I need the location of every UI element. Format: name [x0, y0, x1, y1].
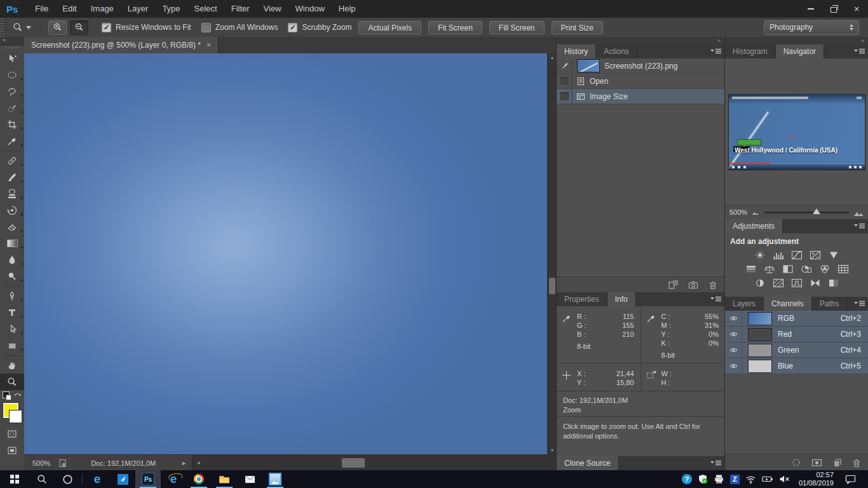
- workspace-selector[interactable]: Photography: [764, 20, 859, 35]
- horizontal-scroll-thumb[interactable]: [342, 458, 365, 468]
- menu-image[interactable]: Image: [84, 0, 121, 18]
- panel-menu-icon[interactable]: [710, 44, 725, 58]
- menu-help[interactable]: Help: [332, 0, 363, 18]
- taskbar-chrome-button[interactable]: [186, 470, 212, 488]
- type-tool[interactable]: [0, 304, 24, 321]
- crop-tool[interactable]: [0, 116, 24, 133]
- pen-tool[interactable]: [0, 288, 24, 304]
- new-document-from-state-icon[interactable]: [668, 280, 678, 290]
- printer-tray-icon[interactable]: [714, 474, 724, 484]
- channel-row-rgb[interactable]: RGB Ctrl+2: [725, 311, 868, 327]
- toolbar-grip[interactable]: [0, 45, 24, 50]
- toolbar-collapse[interactable]: »: [0, 37, 24, 45]
- taskbar-internet-explorer-button[interactable]: e: [161, 470, 186, 488]
- delete-state-icon[interactable]: [709, 280, 717, 290]
- zoom-tool[interactable]: [0, 374, 24, 390]
- canvas[interactable]: [24, 53, 547, 454]
- channel-row-green[interactable]: Green Ctrl+4: [725, 342, 868, 358]
- scroll-up-icon[interactable]: ▲: [548, 53, 557, 62]
- dodge-tool[interactable]: [0, 268, 24, 285]
- menu-filter[interactable]: Filter: [224, 0, 257, 18]
- channel-mixer-icon[interactable]: [818, 264, 831, 274]
- document-tab[interactable]: Screenshot (223).png @ 500% (Layer 0, RG…: [24, 37, 219, 53]
- volume-muted-tray-icon[interactable]: [779, 475, 790, 484]
- defender-tray-icon[interactable]: [698, 474, 708, 484]
- eraser-tool[interactable]: [0, 219, 24, 235]
- invert-icon[interactable]: [754, 278, 766, 288]
- state-checkbox[interactable]: [560, 92, 569, 101]
- eyedropper-icon[interactable]: [646, 313, 656, 323]
- print-size-button[interactable]: Print Size: [552, 21, 603, 34]
- threshold-icon[interactable]: [790, 278, 803, 288]
- zonealarm-tray-icon[interactable]: Z: [730, 475, 740, 484]
- brightness-contrast-icon[interactable]: [754, 250, 766, 260]
- curves-icon[interactable]: [790, 250, 803, 260]
- tab-paths[interactable]: Paths: [812, 297, 848, 311]
- visibility-toggle[interactable]: [725, 342, 742, 358]
- help-tray-icon[interactable]: ?: [682, 474, 692, 484]
- options-grip[interactable]: [0, 18, 6, 37]
- horizontal-scrollbar[interactable]: ◄: [192, 455, 556, 471]
- history-brush-source-well[interactable]: [557, 58, 573, 73]
- new-snapshot-icon[interactable]: [688, 280, 698, 289]
- vibrance-icon[interactable]: [827, 250, 840, 260]
- new-channel-icon[interactable]: [832, 458, 842, 468]
- default-and-swap-colors[interactable]: [0, 390, 24, 400]
- navigator-zoom-value[interactable]: 500%: [729, 208, 747, 216]
- tab-navigator[interactable]: Navigator: [776, 44, 824, 58]
- tab-history[interactable]: History: [557, 44, 596, 58]
- delete-channel-icon[interactable]: [852, 458, 861, 468]
- color-balance-icon[interactable]: [763, 264, 776, 274]
- taskbar-photos-button[interactable]: [262, 470, 288, 488]
- vertical-scroll-thumb[interactable]: [549, 278, 555, 294]
- taskbar-mail-button[interactable]: [237, 470, 262, 488]
- action-center-icon[interactable]: [845, 474, 856, 484]
- panel-menu-icon[interactable]: [854, 44, 868, 58]
- panel-menu-icon[interactable]: [854, 297, 868, 311]
- selective-color-icon[interactable]: [827, 278, 840, 288]
- save-selection-as-channel-icon[interactable]: [811, 458, 822, 467]
- actual-pixels-button[interactable]: Actual Pixels: [358, 21, 421, 34]
- gradient-tool[interactable]: [0, 235, 24, 252]
- tab-layers[interactable]: Layers: [725, 297, 764, 311]
- zoom-all-windows-checkbox[interactable]: Zoom All Windows: [201, 23, 278, 32]
- quick-selection-tool[interactable]: [0, 100, 24, 116]
- scrubby-zoom-checkbox[interactable]: ✓ Scrubby Zoom: [288, 23, 351, 32]
- hand-tool[interactable]: [0, 357, 24, 374]
- panel-menu-icon[interactable]: [854, 219, 868, 233]
- zoom-slider-thumb[interactable]: [813, 208, 820, 214]
- status-menu-arrow-icon[interactable]: ►: [181, 460, 187, 466]
- document-close-icon[interactable]: ×: [207, 41, 211, 50]
- tab-channels[interactable]: Channels: [764, 297, 812, 311]
- tab-histogram[interactable]: Histogram: [725, 44, 776, 58]
- history-brush-tool[interactable]: [0, 202, 24, 219]
- path-selection-tool[interactable]: [0, 321, 24, 337]
- black-white-icon[interactable]: [782, 264, 794, 274]
- menu-edit[interactable]: Edit: [55, 0, 83, 18]
- eyedropper-icon[interactable]: [562, 313, 571, 323]
- clone-stamp-tool[interactable]: [0, 186, 24, 202]
- levels-icon[interactable]: [772, 250, 785, 260]
- resize-windows-checkbox[interactable]: ✓ Resize Windows to Fit: [102, 23, 191, 32]
- hue-saturation-icon[interactable]: [745, 264, 757, 274]
- navigator-view-box[interactable]: [790, 137, 792, 139]
- exposure-icon[interactable]: [809, 250, 822, 260]
- history-snapshot-row[interactable]: Screenshot (223).png: [557, 58, 725, 74]
- visibility-toggle[interactable]: [725, 327, 742, 342]
- restore-button[interactable]: [822, 0, 845, 18]
- background-color-swatch[interactable]: [9, 410, 22, 423]
- menu-select[interactable]: Select: [187, 0, 224, 18]
- start-button[interactable]: [0, 470, 29, 488]
- lasso-tool[interactable]: [0, 83, 24, 100]
- menu-type[interactable]: Type: [155, 0, 187, 18]
- taskbar-file-explorer-button[interactable]: [212, 470, 237, 488]
- gradient-map-icon[interactable]: [809, 278, 822, 288]
- eyedropper-tool[interactable]: [0, 133, 24, 149]
- panel-menu-icon[interactable]: [710, 456, 725, 470]
- visibility-toggle[interactable]: [725, 358, 742, 374]
- vertical-scrollbar[interactable]: ▲ ▼: [547, 53, 557, 454]
- status-zoom-level[interactable]: 500%: [24, 459, 58, 467]
- taskbar-clock[interactable]: 02:57 01/08/2019: [799, 471, 834, 487]
- menu-window[interactable]: Window: [288, 0, 332, 18]
- fit-screen-button[interactable]: Fit Screen: [428, 21, 482, 34]
